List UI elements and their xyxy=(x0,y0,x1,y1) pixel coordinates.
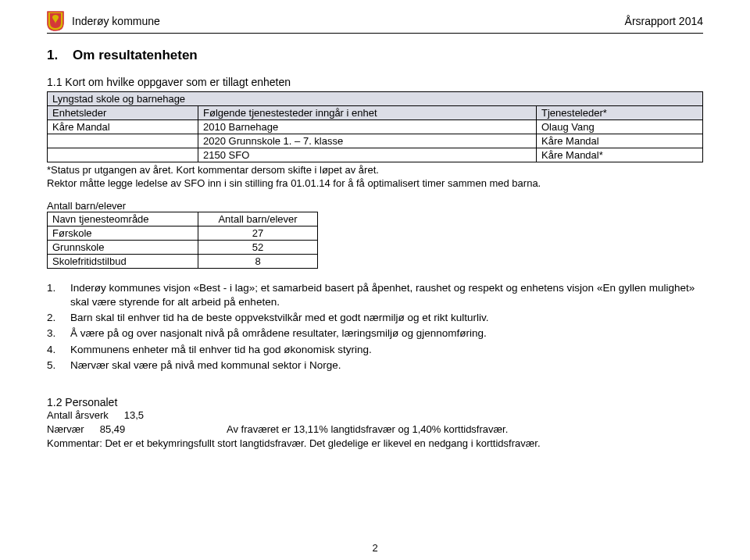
list-item: 5. Nærvær skal være på nivå med kommunal… xyxy=(47,358,703,373)
service-cell: 2020 Grunnskole 1. – 7. klasse xyxy=(198,134,537,148)
col-header-area: Navn tjenesteområde xyxy=(48,212,198,226)
list-item: 4. Kommunens enheter må til enhver tid h… xyxy=(47,343,703,357)
item-num: 1. xyxy=(47,281,70,309)
table-row: Lyngstad skole og barnehage xyxy=(48,92,703,106)
item-num: 5. xyxy=(47,358,70,373)
children-table: Navn tjenesteområde Antall barn/elever F… xyxy=(47,212,318,269)
years-row: Antall årsverk 13,5 xyxy=(47,408,144,423)
section-1-text: Om resultatenheten xyxy=(73,48,198,62)
personnel-block: Antall årsverk 13,5 xyxy=(47,408,703,423)
table-row: Skolefritidstilbud 8 xyxy=(48,254,318,268)
presence-row: Nærvær 85,49 Av fraværet er 13,11% langt… xyxy=(47,423,703,437)
municipality-crest-icon xyxy=(47,11,64,31)
serviceleader-cell: Kåre Mandal xyxy=(537,134,703,148)
item-text: Inderøy kommunes visjon «Best - i lag»; … xyxy=(70,281,703,309)
serviceleader-cell: Olaug Vang xyxy=(537,120,703,134)
section-1-num: 1. xyxy=(47,48,58,62)
list-item: 3. Å være på og over nasjonalt nivå på o… xyxy=(47,326,703,341)
page-number: 2 xyxy=(0,542,750,554)
table-row: Navn tjenesteområde Antall barn/elever xyxy=(48,212,318,226)
section-1-1-heading: 1.1 Kort om hvilke oppgaver som er tilla… xyxy=(47,76,703,88)
item-text: Nærvær skal være på nivå med kommunal se… xyxy=(70,358,341,373)
section-1-heading: 1. Om resultatenheten xyxy=(47,48,703,63)
item-text: Kommunens enheter må til enhver tid ha g… xyxy=(70,343,372,357)
area-cell: Grunnskole xyxy=(48,240,198,254)
list-item: 1. Inderøy kommunes visjon «Best - i lag… xyxy=(47,281,703,309)
item-num: 4. xyxy=(47,343,70,357)
table-row: Grunnskole 52 xyxy=(48,240,318,254)
section-1-2-heading: 1.2 Personalet xyxy=(47,396,703,408)
table-row: Enhetsleder Følgende tjenestesteder inng… xyxy=(48,106,703,120)
years-value: 13,5 xyxy=(124,408,144,423)
table-row: Førskole 27 xyxy=(48,226,318,240)
count-cell: 27 xyxy=(198,226,318,240)
unit-name-cell: Lyngstad skole og barnehage xyxy=(48,92,703,106)
item-text: Å være på og over nasjonalt nivå på områ… xyxy=(70,326,487,341)
children-label: Antall barn/elever xyxy=(47,200,703,212)
serviceleader-cell: Kåre Mandal* xyxy=(537,148,703,162)
area-cell: Førskole xyxy=(48,226,198,240)
count-cell: 8 xyxy=(198,254,318,268)
report-title: Årsrapport 2014 xyxy=(625,15,703,27)
col-header-serviceleader: Tjenesteleder* xyxy=(537,106,703,120)
numbered-list: 1. Inderøy kommunes visjon «Best - i lag… xyxy=(47,281,703,373)
col-header-services: Følgende tjenestesteder inngår i enhet xyxy=(198,106,537,120)
table-row: 2150 SFO Kåre Mandal* xyxy=(48,148,703,162)
item-text: Barn skal til enhver tid ha de beste opp… xyxy=(70,311,489,325)
footnote-line: Rektor måtte legge ledelse av SFO inn i … xyxy=(47,177,703,191)
area-cell: Skolefritidstilbud xyxy=(48,254,198,268)
count-cell: 52 xyxy=(198,240,318,254)
table-footnote: *Status pr utgangen av året. Kort kommen… xyxy=(47,164,703,191)
absence-text: Av fraværet er 13,11% langtidsfravær og … xyxy=(227,423,508,437)
col-header-leader: Enhetsleder xyxy=(48,106,198,120)
service-cell: 2150 SFO xyxy=(198,148,537,162)
presence-value: 85,49 xyxy=(100,423,126,437)
item-num: 2. xyxy=(47,311,70,325)
municipality-name: Inderøy kommune xyxy=(72,15,625,27)
unit-table: Lyngstad skole og barnehage Enhetsleder … xyxy=(47,91,703,162)
table-row: 2020 Grunnskole 1. – 7. klasse Kåre Mand… xyxy=(48,134,703,148)
leader-cell: Kåre Mandal xyxy=(48,120,198,134)
footnote-line: *Status pr utgangen av året. Kort kommen… xyxy=(47,164,703,177)
page-header: Inderøy kommune Årsrapport 2014 xyxy=(47,11,703,34)
comment-text: Kommentar: Det er et bekymringsfullt sto… xyxy=(47,437,703,449)
years-label: Antall årsverk xyxy=(47,408,109,423)
list-item: 2. Barn skal til enhver tid ha de beste … xyxy=(47,311,703,325)
item-num: 3. xyxy=(47,326,70,341)
presence-label: Nærvær xyxy=(47,423,84,437)
table-row: Kåre Mandal 2010 Barnehage Olaug Vang xyxy=(48,120,703,134)
col-header-count: Antall barn/elever xyxy=(198,212,318,226)
service-cell: 2010 Barnehage xyxy=(198,120,537,134)
